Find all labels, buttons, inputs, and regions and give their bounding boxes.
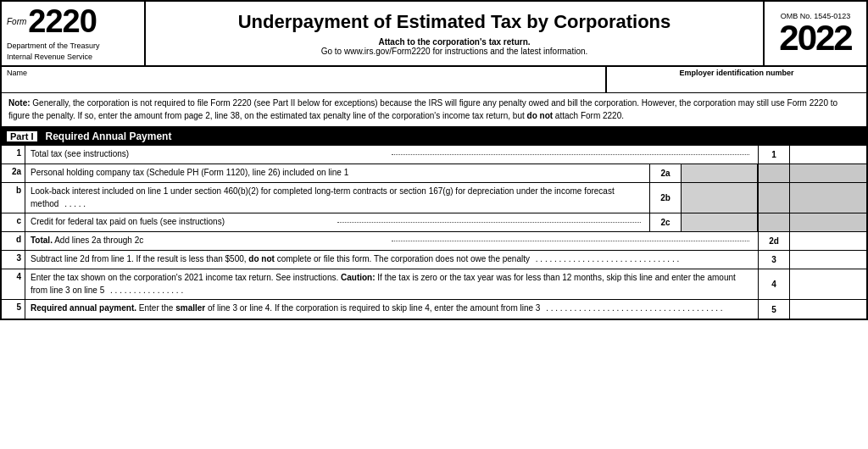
form-header: Form 2220 Department of the Treasury Int…: [2, 2, 866, 67]
form-header-left: Form 2220 Department of the Treasury Int…: [2, 2, 146, 65]
line-2c-mid-label: 2c: [649, 213, 682, 231]
line-2d-num: d: [2, 232, 25, 250]
line-2c-content: Credit for federal tax paid on fuels (se…: [25, 213, 649, 231]
line-2b-num: b: [2, 183, 25, 213]
line-2c-mid-input[interactable]: [682, 213, 758, 231]
line-1-content: Total tax (see instructions): [25, 146, 758, 164]
line-2a-content: Personal holding company tax (Schedule P…: [25, 164, 649, 182]
line-1-input[interactable]: [790, 146, 866, 164]
main-title: Underpayment of Estimated Tax by Corpora…: [238, 12, 671, 32]
line-2b-mid-label: 2b: [649, 183, 682, 213]
line-2a-num: 2a: [2, 164, 25, 182]
line-5-content: Required annual payment. Enter the small…: [25, 300, 758, 319]
line-2b-mid-input[interactable]: [682, 183, 758, 213]
line-2b-text: Look-back interest included on line 1 un…: [31, 186, 615, 208]
part1-header: Part I Required Annual Payment: [2, 128, 866, 146]
line-2d-content: Total. Add lines 2a through 2c: [25, 232, 758, 250]
name-ein-row: Name Employer identification number: [2, 67, 866, 93]
line-2b-row: b Look-back interest included on line 1 …: [2, 183, 866, 213]
line-2d-end-label: 2d: [758, 232, 790, 250]
line-3-input[interactable]: [790, 251, 866, 269]
line-1-row: 1 Total tax (see instructions) 1: [2, 146, 866, 164]
ein-field[interactable]: Employer identification number: [607, 67, 866, 92]
line-2a-mid-input[interactable]: [682, 164, 758, 182]
note-text: Note: Generally, the corporation is not …: [8, 98, 837, 120]
line-2b-end-shaded: [790, 183, 866, 213]
line-4-content: Enter the tax shown on the corporation's…: [25, 269, 758, 299]
line-2c-end-label-shaded: [758, 213, 790, 231]
line-2c-dots: [337, 222, 641, 223]
line-5-row: 5 Required annual payment. Enter the sma…: [2, 300, 866, 319]
line-5-end-label: 5: [758, 300, 790, 319]
line-2d-input[interactable]: [790, 232, 866, 250]
line-2a-end-shaded: [790, 164, 866, 182]
line-3-content: Subtract line 2d from line 1. If the res…: [25, 251, 758, 269]
line-2b-end-label-shaded: [758, 183, 790, 213]
form-wrapper: Form 2220 Department of the Treasury Int…: [0, 0, 868, 320]
note-section: Note: Generally, the corporation is not …: [2, 93, 866, 128]
dept-line1: Department of the Treasury: [7, 41, 139, 52]
subtitle: Attach to the corporation's tax return.: [378, 37, 530, 47]
line-4-row: 4 Enter the tax shown on the corporation…: [2, 269, 866, 300]
line-2a-mid-label: 2a: [649, 164, 682, 182]
form-number: 2220: [28, 5, 97, 37]
line-4-input[interactable]: [790, 269, 866, 299]
line-3-end-label: 3: [758, 251, 790, 269]
line-2c-row: c Credit for federal tax paid on fuels (…: [2, 213, 866, 232]
form-header-right: OMB No. 1545-0123 2022: [765, 2, 866, 65]
form-header-center: Underpayment of Estimated Tax by Corpora…: [146, 2, 765, 65]
form-label: Form: [7, 17, 26, 26]
line-4-num: 4: [2, 269, 25, 299]
tax-year: 2022: [779, 20, 851, 56]
line-4-end-label: 4: [758, 269, 790, 299]
line-2b-content: Look-back interest included on line 1 un…: [25, 183, 649, 213]
line-2c-num: c: [2, 213, 25, 231]
line-1-num: 1: [2, 146, 25, 164]
line-1-text: Total tax (see instructions): [31, 148, 388, 161]
line-3-text: Subtract line 2d from line 1. If the res…: [31, 254, 530, 263]
line-1-end-label: 1: [758, 146, 790, 164]
dept-line2: Internal Revenue Service: [7, 52, 139, 63]
ein-label: Employer identification number: [612, 69, 861, 77]
name-label: Name: [7, 69, 600, 77]
line-5-text: Required annual payment. Enter the small…: [31, 303, 540, 313]
line-2c-text: Credit for federal tax paid on fuels (se…: [31, 216, 334, 229]
line-2a-row: 2a Personal holding company tax (Schedul…: [2, 164, 866, 183]
line-2d-dots: [392, 241, 749, 241]
name-field[interactable]: Name: [2, 67, 607, 92]
line-2d-text: Total. Add lines 2a through 2c: [31, 235, 388, 247]
line-5-num: 5: [2, 300, 25, 319]
part1-label: Part I: [7, 131, 37, 141]
line-2d-row: d Total. Add lines 2a through 2c 2d: [2, 232, 866, 251]
subtitle2: Go to www.irs.gov/Form2220 for instructi…: [321, 47, 588, 56]
part1-title: Required Annual Payment: [46, 130, 172, 142]
line-2a-text: Personal holding company tax (Schedule P…: [31, 167, 644, 180]
line-3-row: 3 Subtract line 2d from line 1. If the r…: [2, 251, 866, 269]
line-3-num: 3: [2, 251, 25, 269]
line-2a-end-label-shaded: [758, 164, 790, 182]
line-2c-end-shaded: [790, 213, 866, 231]
line-1-dots: [392, 154, 749, 155]
line-5-input[interactable]: [790, 300, 866, 319]
dept-text: Department of the Treasury Internal Reve…: [7, 41, 139, 62]
